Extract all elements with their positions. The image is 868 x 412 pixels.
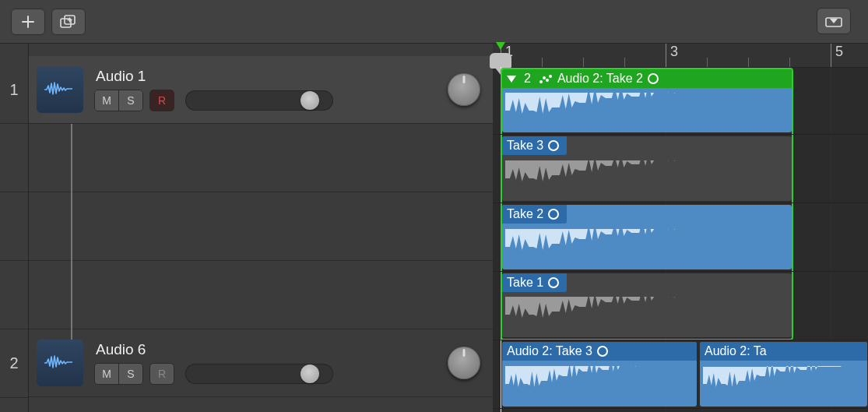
track-number: 2	[0, 329, 28, 398]
catch-playhead-button[interactable]	[817, 8, 851, 34]
region-header[interactable]: Audio 2: Ta	[700, 342, 867, 361]
solo-button[interactable]: S	[119, 90, 142, 111]
bar-ruler[interactable]: 1 3 5	[493, 44, 868, 68]
region-label: Audio 2: Ta	[705, 344, 767, 358]
mute-solo-group: M S	[94, 90, 143, 111]
waveform	[505, 297, 789, 333]
volume-thumb[interactable]	[300, 91, 319, 110]
waveform	[505, 160, 789, 196]
loop-indicator-icon	[548, 140, 559, 151]
take-lane-header	[29, 124, 493, 192]
disclosure-triangle-icon[interactable]	[507, 76, 516, 83]
record-enable-button[interactable]: R	[149, 90, 174, 111]
track-number-column: 1 2	[0, 44, 29, 412]
take-label: Take 1	[507, 276, 543, 290]
take-lane-spacer	[0, 261, 28, 329]
audio-region[interactable]: Audio 2: Take 3	[502, 342, 697, 407]
loop-indicator-icon	[597, 346, 608, 357]
arrange-area[interactable]: 1 3 5	[493, 44, 868, 412]
logic-tracks-area: 1 2 Audio 1 M S	[0, 0, 868, 412]
mute-button[interactable]: M	[95, 90, 119, 111]
take-folder-label: Audio 2: Take 2	[557, 72, 643, 86]
take-lane[interactable]: Take 3	[493, 135, 868, 203]
track-header[interactable]: Audio 1 M S R	[29, 56, 493, 124]
track-headers-column: Audio 1 M S R	[29, 44, 493, 412]
mute-solo-group: M S	[94, 363, 143, 385]
take-lane-spacer	[0, 124, 28, 192]
take-lane-header	[29, 261, 493, 329]
playhead-handle[interactable]	[490, 53, 511, 69]
quick-swipe-icon[interactable]	[539, 73, 553, 84]
ruler-bar-number: 5	[831, 44, 843, 60]
record-enable-button[interactable]: R	[149, 363, 174, 385]
track-name[interactable]: Audio 1	[94, 68, 333, 85]
take-region-header[interactable]: Take 2	[502, 205, 567, 224]
loop-indicator-icon	[548, 209, 559, 220]
volume-thumb[interactable]	[300, 364, 319, 383]
take-region-header[interactable]: Take 3	[502, 136, 567, 155]
region-header[interactable]: Audio 2: Take 3	[502, 342, 697, 361]
loop-indicator-icon	[548, 277, 559, 288]
svg-point-3	[539, 80, 543, 83]
waveform	[505, 229, 789, 265]
svg-point-5	[546, 79, 549, 82]
waveform	[703, 366, 864, 402]
take-folder-header[interactable]: 2 Audio 2: Take 2	[502, 69, 792, 88]
pan-knob[interactable]	[448, 73, 480, 106]
audio-region[interactable]: Audio 2: Ta	[700, 342, 867, 407]
cycle-marker-icon	[496, 42, 505, 50]
waveform	[505, 93, 789, 129]
track-type-audio-icon	[37, 66, 83, 113]
region-lanes: 2 Audio 2: Take 2	[493, 67, 868, 412]
waveform	[505, 366, 694, 402]
take-folder-region[interactable]: 2 Audio 2: Take 2	[502, 69, 792, 132]
ruler-bar-number: 3	[666, 44, 678, 60]
take-selector[interactable]: 2	[521, 72, 534, 86]
take-region[interactable]: Take 2	[502, 205, 792, 269]
track-type-audio-icon	[37, 340, 83, 386]
loop-indicator-icon	[648, 73, 659, 84]
mute-button[interactable]: M	[95, 364, 119, 384]
comp-lane[interactable]: 2 Audio 2: Take 2	[493, 67, 868, 135]
take-region[interactable]: Take 1	[502, 273, 792, 337]
add-track-button[interactable]	[11, 9, 45, 35]
take-lane-header	[29, 192, 493, 261]
take-folder-indent	[71, 119, 82, 353]
take-label: Take 3	[507, 139, 543, 153]
volume-slider[interactable]	[185, 90, 333, 111]
take-region-header[interactable]: Take 1	[502, 273, 567, 292]
track-number: 1	[0, 56, 28, 124]
volume-slider[interactable]	[185, 364, 333, 384]
main-area: 1 2 Audio 1 M S	[0, 44, 868, 412]
svg-point-6	[549, 75, 552, 78]
region-label: Audio 2: Take 3	[507, 344, 592, 358]
pan-knob[interactable]	[448, 347, 480, 379]
take-lane[interactable]: Take 2	[493, 203, 868, 272]
take-label: Take 2	[507, 207, 543, 221]
take-lane-spacer	[0, 192, 28, 261]
track-name[interactable]: Audio 6	[94, 341, 333, 358]
track-lane[interactable]: Audio 2: Take 3 Audio 2: Ta	[493, 340, 868, 409]
track-header[interactable]: Audio 6 M S R	[29, 329, 493, 397]
svg-point-4	[543, 76, 546, 79]
solo-button[interactable]: S	[119, 364, 142, 384]
toolbar	[0, 0, 868, 44]
duplicate-track-button[interactable]	[51, 9, 86, 35]
take-lane[interactable]: Take 1	[493, 272, 868, 340]
take-region[interactable]: Take 3	[502, 136, 792, 201]
